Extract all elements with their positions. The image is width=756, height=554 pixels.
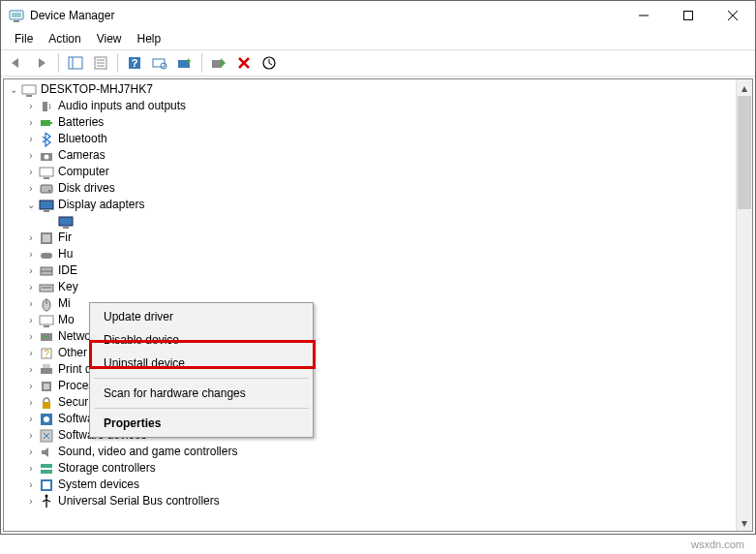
vertical-scrollbar[interactable]: ▴ ▾: [736, 79, 752, 531]
tree-category[interactable]: ›System devices: [4, 477, 736, 493]
tree-category[interactable]: ›Hu: [4, 246, 736, 262]
scroll-thumb[interactable]: [738, 96, 751, 209]
tree-category-label: Hu: [58, 246, 73, 262]
expander-icon[interactable]: ›: [25, 164, 37, 180]
expander-icon[interactable]: ›: [25, 295, 37, 312]
swcomp-icon: [39, 412, 54, 427]
expander-icon[interactable]: ›: [25, 427, 37, 444]
expander-icon[interactable]: ›: [25, 279, 37, 295]
expander-icon[interactable]: ›: [25, 460, 37, 477]
nav-back-button[interactable]: [5, 51, 28, 75]
expander-icon[interactable]: ›: [25, 230, 37, 246]
tree-category[interactable]: ›Storage controllers: [4, 460, 736, 477]
tree-category-label: Audio inputs and outputs: [58, 98, 186, 114]
ctx-properties[interactable]: Properties: [92, 412, 311, 435]
minimize-button[interactable]: [621, 1, 666, 30]
svg-rect-55: [43, 364, 50, 368]
expander-icon[interactable]: ›: [25, 493, 37, 509]
expander-icon[interactable]: ›: [25, 114, 37, 131]
mouse-icon: [39, 296, 54, 312]
svg-rect-47: [44, 325, 49, 327]
nav-forward-button[interactable]: [30, 51, 53, 75]
tree-category-label: Cameras: [58, 147, 106, 164]
tree-category[interactable]: ›Audio inputs and outputs: [4, 98, 736, 114]
expander-icon[interactable]: ›: [25, 394, 37, 411]
expander-icon[interactable]: ›: [25, 378, 37, 394]
swdev-icon: [39, 428, 54, 444]
scan-hardware-button[interactable]: [148, 51, 171, 75]
expander-icon[interactable]: ›: [25, 180, 37, 197]
tree-category[interactable]: ⌄Display adapters: [4, 197, 736, 213]
expander-icon[interactable]: ›: [25, 328, 37, 345]
disable-device-button[interactable]: [257, 51, 281, 75]
tree-category[interactable]: ›Batteries: [4, 114, 736, 131]
tree-category-label: Sound, video and game controllers: [58, 444, 237, 460]
tree-category[interactable]: ›Computer: [4, 164, 736, 180]
help-button[interactable]: ?: [123, 51, 146, 75]
enable-device-button[interactable]: [207, 51, 230, 75]
expander-icon[interactable]: ›: [25, 131, 37, 147]
network-icon: [39, 329, 54, 345]
expander-icon[interactable]: ›: [25, 444, 37, 460]
tree-category-label: Batteries: [58, 114, 104, 131]
expander-icon[interactable]: ›: [25, 147, 37, 164]
ctx-update-driver[interactable]: Update driver: [92, 305, 311, 328]
tree-category-label: System devices: [58, 477, 139, 493]
svg-point-50: [45, 336, 47, 338]
toolbar-separator: [201, 53, 202, 73]
expander-icon[interactable]: ›: [25, 262, 37, 279]
tree-category-label: Computer: [58, 164, 109, 180]
expander-icon[interactable]: ›: [25, 411, 37, 427]
svg-rect-25: [41, 120, 50, 126]
menu-help[interactable]: Help: [130, 30, 169, 49]
ctx-scan-hardware[interactable]: Scan for hardware changes: [92, 382, 311, 405]
tree-category[interactable]: ›Sound, video and game controllers: [4, 444, 736, 460]
expander-icon[interactable]: ›: [25, 98, 37, 114]
svg-rect-39: [41, 253, 52, 259]
computer-icon: [21, 82, 37, 98]
uninstall-device-button[interactable]: [232, 51, 256, 75]
svg-rect-24: [43, 102, 47, 111]
tree-category-label: Bluetooth: [58, 131, 107, 147]
tree-category[interactable]: ›Bluetooth: [4, 131, 736, 147]
expander-icon[interactable]: ›: [25, 345, 37, 361]
svg-rect-57: [44, 384, 49, 389]
app-icon: [9, 8, 24, 23]
svg-rect-30: [44, 177, 49, 179]
menu-action[interactable]: Action: [41, 30, 88, 49]
close-button[interactable]: [711, 1, 755, 30]
menu-file[interactable]: File: [7, 30, 41, 49]
cpu-icon: [39, 379, 54, 394]
svg-point-32: [48, 190, 50, 192]
show-hide-console-button[interactable]: [64, 51, 87, 75]
svg-rect-7: [69, 57, 82, 69]
menu-view[interactable]: View: [89, 30, 130, 49]
tree-category[interactable]: ›Cameras: [4, 147, 736, 164]
properties-button[interactable]: [89, 51, 112, 75]
update-driver-button[interactable]: [173, 51, 197, 75]
tree-root[interactable]: ⌄ DESKTOP-MHJ7HK7: [4, 81, 736, 98]
security-icon: [39, 395, 54, 411]
expander-icon[interactable]: ›: [25, 361, 37, 378]
tree-category[interactable]: ›Universal Serial Bus controllers: [4, 493, 736, 509]
tree-device[interactable]: [4, 213, 736, 230]
svg-text:?: ?: [132, 57, 138, 69]
svg-point-49: [43, 336, 45, 338]
keyboard-icon: [39, 280, 54, 295]
tree-category[interactable]: ›Key: [4, 279, 736, 295]
ctx-disable-device[interactable]: Disable device: [92, 328, 311, 352]
svg-rect-22: [22, 85, 36, 94]
tree-category[interactable]: ›Disk drives: [4, 180, 736, 197]
scroll-down-icon[interactable]: ▾: [737, 514, 752, 531]
monitor-icon: [39, 313, 54, 328]
expander-icon[interactable]: ⌄: [8, 81, 19, 98]
ctx-uninstall-device[interactable]: Uninstall device: [92, 352, 311, 375]
scroll-up-icon[interactable]: ▴: [737, 79, 752, 96]
expander-icon[interactable]: ›: [25, 312, 37, 328]
maximize-button[interactable]: [666, 1, 711, 30]
tree-category[interactable]: ›IDE: [4, 262, 736, 279]
tree-category[interactable]: ›Fir: [4, 230, 736, 246]
expander-icon[interactable]: ⌄: [25, 197, 37, 213]
expander-icon[interactable]: ›: [25, 246, 37, 262]
expander-icon[interactable]: ›: [25, 477, 37, 493]
